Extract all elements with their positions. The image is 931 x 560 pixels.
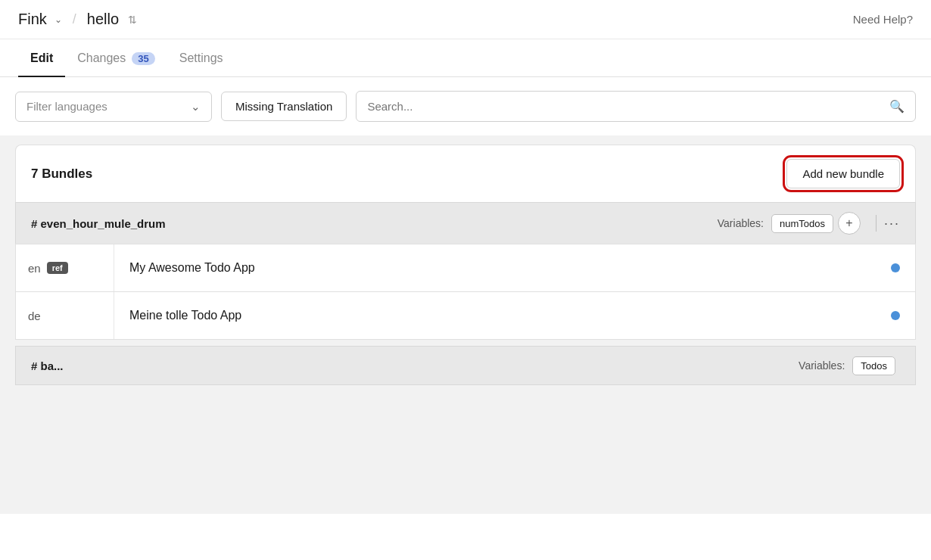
- more-icon: ···: [884, 216, 900, 231]
- bundles-count-title: 7 Bundles: [31, 166, 92, 182]
- search-input[interactable]: [367, 100, 883, 113]
- tab-settings[interactable]: Settings: [167, 39, 235, 77]
- toolbar: Filter languages ⌄ Missing Translation 🔍: [0, 77, 931, 135]
- missing-translation-button[interactable]: Missing Translation: [221, 92, 347, 121]
- bundle2-variables-label: Variables:: [799, 359, 845, 372]
- tab-changes-label: Changes: [77, 51, 126, 65]
- translation-text-en[interactable]: My Awesome Todo App: [114, 261, 891, 275]
- bundle1-row-header: # even_hour_mule_drum Variables: numTodo…: [15, 202, 916, 244]
- translation-text-de[interactable]: Meine tolle Todo App: [114, 309, 891, 322]
- bundle1-variables-label: Variables:: [718, 217, 764, 229]
- add-variable-button[interactable]: +: [838, 212, 861, 235]
- bundle1-more-button[interactable]: ···: [884, 216, 900, 232]
- bundle1-name: # even_hour_mule_drum: [31, 217, 718, 230]
- project-name[interactable]: hello: [87, 11, 119, 28]
- tab-settings-label: Settings: [179, 51, 223, 65]
- lang-code-en: en: [28, 262, 41, 275]
- bundle2-variable-tag[interactable]: Todos: [852, 356, 895, 375]
- divider: [876, 215, 877, 232]
- translation-row-de: de Meine tolle Todo App: [15, 291, 916, 340]
- bundles-header: 7 Bundles Add new bundle: [15, 145, 916, 202]
- top-bar-left: Fink ⌄ / hello ⇅: [18, 11, 137, 28]
- bundle1-variable-tag[interactable]: numTodos: [771, 214, 833, 233]
- lang-cell-de: de: [16, 292, 114, 339]
- bundle2-name: # ba...: [31, 359, 799, 372]
- search-box: 🔍: [356, 91, 916, 122]
- status-dot-en: [891, 263, 900, 272]
- filter-languages-dropdown[interactable]: Filter languages ⌄: [15, 92, 212, 122]
- search-icon: 🔍: [889, 99, 905, 114]
- lang-cell-en: en ref: [16, 244, 114, 291]
- tab-changes[interactable]: Changes 35: [65, 39, 167, 77]
- status-dot-de: [891, 311, 900, 320]
- translation-row-en: en ref My Awesome Todo App: [15, 244, 916, 291]
- help-link[interactable]: Need Help?: [853, 13, 913, 26]
- ref-badge: ref: [47, 262, 68, 274]
- nav-separator: /: [73, 11, 76, 27]
- filter-languages-label: Filter languages: [26, 100, 107, 113]
- add-new-bundle-button[interactable]: Add new bundle: [786, 159, 900, 188]
- project-sort-icon[interactable]: ⇅: [128, 14, 137, 26]
- tabs-bar: Edit Changes 35 Settings: [0, 39, 931, 77]
- tab-changes-badge: 35: [132, 52, 154, 65]
- tab-edit-label: Edit: [30, 51, 53, 65]
- brand-name[interactable]: Fink: [18, 11, 47, 28]
- plus-icon: +: [845, 216, 852, 230]
- top-bar: Fink ⌄ / hello ⇅ Need Help?: [0, 0, 931, 39]
- brand-chevron-icon[interactable]: ⌄: [54, 14, 62, 25]
- lang-code-de: de: [28, 310, 41, 322]
- main-content: 7 Bundles Add new bundle # even_hour_mul…: [0, 135, 931, 514]
- tab-edit[interactable]: Edit: [18, 39, 65, 77]
- bundle2-row-header: # ba... Variables: Todos: [15, 346, 916, 385]
- filter-chevron-icon: ⌄: [191, 100, 201, 114]
